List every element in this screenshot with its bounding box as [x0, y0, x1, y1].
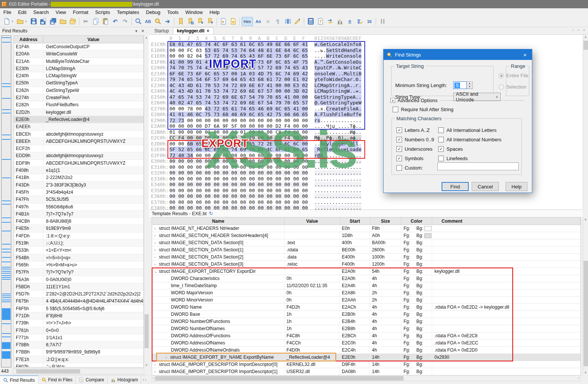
fg-color-label[interactable]: Fg:	[404, 226, 410, 231]
radio-selection[interactable]: Selection	[499, 84, 526, 90]
find-result-row[interactable]: E282hFlushFileBuffers	[14, 101, 143, 109]
scroll-up-icon[interactable]: ∧	[583, 35, 588, 39]
spinner-buttons[interactable]: ▲ ▼	[467, 81, 473, 89]
menu-item-scripts[interactable]: Scripts	[92, 9, 114, 16]
fg-color-label[interactable]: Fg:	[404, 312, 410, 317]
fg-color-label[interactable]: Fg:	[404, 297, 410, 303]
hex-vertical-scrollbar[interactable]: ∧	[583, 35, 588, 210]
dock-tab-compare[interactable]: Compare	[76, 375, 107, 384]
find-result-row[interactable]: F807h;';-;P;W;p;	[14, 363, 143, 367]
find-result-row[interactable]: F771h1!1A1x1	[14, 334, 143, 341]
edit-bookmark-button[interactable]	[186, 17, 195, 26]
expander-icon[interactable]: ›	[154, 370, 159, 374]
find-result-row[interactable]: ECF2h	[14, 145, 143, 152]
checkbox-custom-[interactable]: Custom:	[396, 165, 423, 171]
menu-item-edit[interactable]: Edit	[15, 9, 30, 16]
template-row[interactable]: DWORD NumberOfFunctions1hE2B4h4hFg:Bg:	[152, 318, 580, 325]
find-result-row[interactable]: F4CBh8-8A8U8i8}8	[14, 218, 143, 225]
hex-row[interactable]: E370h:00 00 00 00 00 00 00 00 00 00 00 0…	[149, 199, 583, 205]
find-result-row[interactable]: F71Dh8"8)8H8	[14, 312, 143, 320]
help-button[interactable]: Help	[506, 182, 527, 191]
find-result-row[interactable]: F4FDh:1:8:=:Q:e:y:	[14, 233, 143, 240]
advanced-options-toggle[interactable]: ▲ Advanced Options	[390, 98, 524, 103]
word-wrap-button[interactable]: ≡	[264, 17, 273, 26]
find-result-row[interactable]: F408he1q1{1	[14, 167, 143, 174]
column-header-value[interactable]: Value	[43, 36, 143, 43]
template-row[interactable]: ›struct IMAGE_SECTION_DATA Section[3].re…	[152, 261, 580, 268]
bg-color-label[interactable]: Bg:	[416, 269, 423, 274]
file-position-minimap[interactable]	[1, 35, 11, 367]
expander-icon[interactable]: ›	[154, 255, 159, 259]
cut-button[interactable]: ✂	[81, 17, 90, 26]
template-row[interactable]: DWORD Base1hE2B0h4hFg:Bg:	[152, 311, 580, 318]
find-result-row[interactable]: F43Dh2"3-383F3K3[3b3y3	[14, 182, 143, 189]
next-bookmark-button[interactable]	[196, 17, 205, 26]
find-result-row[interactable]: E21AhMultiByteToWideChar	[14, 58, 143, 65]
expander-icon[interactable]: ›	[166, 355, 170, 360]
fg-color-label[interactable]: Fg:	[404, 290, 410, 295]
import-hex-button[interactable]	[58, 17, 67, 26]
fg-color-label[interactable]: Fg:	[404, 276, 410, 281]
find-result-row[interactable]: F761h0+0=0	[14, 327, 143, 334]
run-template-button[interactable]	[228, 17, 238, 26]
swap-bytes-button[interactable]	[326, 17, 335, 26]
template-row[interactable]: ›struct IMAGE_SECTION_HEADER SectionHead…	[152, 232, 580, 239]
panel-menu-icon[interactable]: ▾	[133, 29, 139, 34]
find-result-row[interactable]: F6F5h5 5$5(5,5054585<5@5:6c6j6	[14, 305, 143, 312]
expander-icon[interactable]: ›	[154, 363, 159, 367]
scrollbar-thumb[interactable]	[583, 41, 588, 50]
fg-color-label[interactable]: Fg:	[404, 283, 410, 288]
bg-color-label[interactable]: Bg:	[416, 340, 423, 346]
dock-tab-find-results[interactable]: Find Results	[0, 375, 38, 384]
template-row[interactable]: DWORD AddressOfNamesF4CChE2C0h4hFg:Bg:.r…	[152, 340, 580, 347]
save-all-button[interactable]	[49, 17, 58, 26]
bg-color-label[interactable]: Bg:	[416, 326, 423, 331]
paste-button[interactable]	[101, 17, 110, 26]
ascii-bytes[interactable]: ................	[314, 182, 361, 187]
find-results-vertical-scrollbar[interactable]: ∧ ∨	[144, 35, 149, 367]
open-file-dropdown-icon[interactable]: ∨	[25, 20, 28, 23]
template-row[interactable]: DWORD AddressOfFunctionsF4C8hE2BCh4hFg:B…	[152, 332, 580, 340]
find-result-row[interactable]: F78Bh6;7A7\7	[14, 341, 143, 349]
find-result-row[interactable]: F497h556G6i6p6u6	[14, 203, 143, 211]
fg-color-label[interactable]: Fg:	[404, 233, 410, 238]
menu-item-help[interactable]: Help	[206, 9, 223, 16]
checkbox-all-international-letters[interactable]: All International Letters	[438, 127, 497, 133]
find-result-row[interactable]: E230hLCMapStringA	[14, 65, 143, 72]
expander-icon[interactable]: ›	[154, 234, 159, 238]
tab-startup[interactable]: Startup	[151, 27, 173, 34]
template-row[interactable]: ›struct IMAGE_SECTION_DATA Section[1].rd…	[152, 246, 580, 254]
checkbox-require-null[interactable]: Require Null After String	[393, 107, 453, 112]
bg-color-label[interactable]: Bg:	[416, 319, 423, 324]
expander-icon[interactable]: ›	[154, 248, 159, 252]
ascii-bytes[interactable]: ................	[314, 199, 361, 205]
column-header-color[interactable]: Color	[401, 217, 432, 225]
scroll-left-icon[interactable]: ‹	[153, 376, 154, 380]
template-row[interactable]: ›struct IMAGE_IMPORT_DESCRIPTOR ImportDe…	[152, 368, 580, 375]
custom-characters-input[interactable]	[437, 162, 519, 170]
hex-bytes[interactable]: 00 00 00 00 00 00 00 00 00 00 00 00 00 0…	[169, 193, 308, 199]
undo-button[interactable]: ↶	[111, 17, 120, 26]
save-button[interactable]	[29, 17, 38, 26]
template-row[interactable]: WORD MinorVersion0hE2AAh2hFg:Bg:	[152, 297, 580, 304]
template-row[interactable]: ⌄struct IMAGE_EXPORT_DIRECTORY ExportDir…	[152, 268, 580, 275]
bg-color-label[interactable]: Bg:	[416, 304, 423, 310]
bg-color-label[interactable]: Bg:	[416, 355, 423, 360]
character-set-button[interactable]: Aó	[254, 17, 263, 26]
column-header-size[interactable]: Size	[370, 217, 401, 225]
cancel-button[interactable]: Cancel	[472, 182, 499, 191]
scroll-right-icon[interactable]: ›	[578, 376, 579, 380]
histogram-tool-button[interactable]	[335, 17, 344, 26]
find-result-row[interactable]: F7E1h:J:O:]:e:q:x:	[14, 356, 143, 363]
scrollbar-thumb[interactable]	[145, 314, 149, 348]
base-converter-button[interactable]: 16	[365, 17, 374, 26]
bg-color-label[interactable]: Bg:	[416, 362, 423, 367]
checksum-button[interactable]	[355, 17, 364, 26]
save-as-button[interactable]	[39, 17, 48, 26]
hex-bytes[interactable]: 00 00 00 00 00 00 00 00 00 00 00 00 00 0…	[169, 205, 308, 210]
bg-color-label[interactable]: Bg:	[416, 290, 423, 295]
checkbox-underscores[interactable]: ✓Underscores	[396, 146, 433, 152]
find-result-row[interactable]: F739h>!>'>7>J>h>	[14, 320, 143, 327]
replace-button[interactable]: AB	[143, 17, 152, 26]
column-header-name[interactable]: Name	[152, 217, 285, 225]
